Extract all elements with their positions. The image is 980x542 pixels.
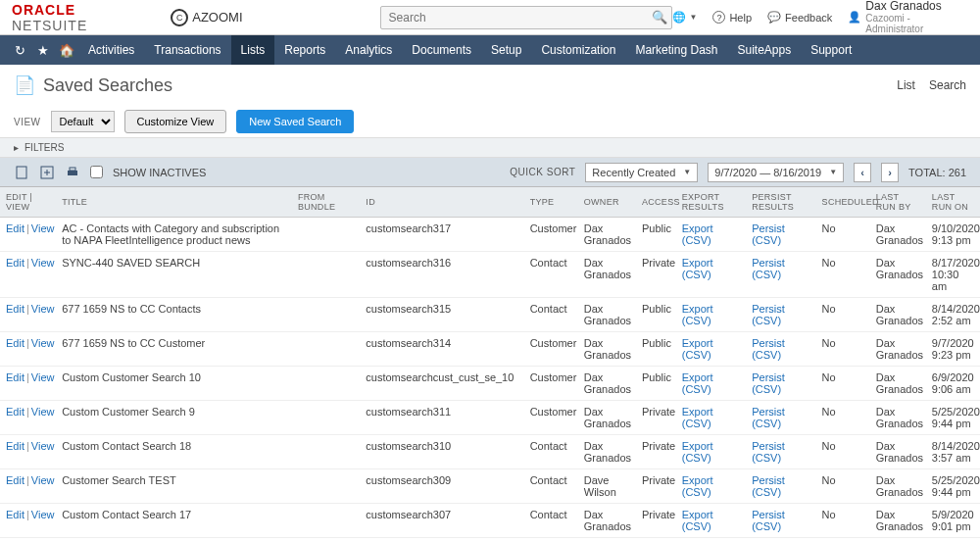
bundle-cell	[292, 469, 360, 504]
id-cell: customsearch316	[360, 252, 523, 298]
edit-link[interactable]: Edit	[6, 440, 24, 452]
nav-support[interactable]: Support	[801, 35, 861, 65]
col-header[interactable]: LAST RUN BY	[870, 187, 926, 218]
global-search[interactable]: 🔍	[380, 6, 672, 29]
edit-link[interactable]: Edit	[6, 474, 24, 486]
prev-page-button[interactable]: ‹	[854, 163, 871, 182]
view-link[interactable]: View	[31, 474, 55, 486]
list-link[interactable]: List	[897, 78, 915, 92]
cazoomi-logo: CAZOOMI	[171, 9, 242, 26]
nav-activities[interactable]: Activities	[78, 35, 144, 65]
bundle-cell	[292, 298, 360, 332]
view-link[interactable]: View	[31, 303, 55, 315]
edit-link[interactable]: Edit	[6, 257, 24, 269]
col-header[interactable]: ACCESS	[636, 187, 676, 218]
edit-link[interactable]: Edit	[6, 406, 24, 418]
search-icon[interactable]: 🔍	[648, 10, 671, 25]
type-cell: Contact	[524, 435, 578, 469]
export-link[interactable]: Export (CSV)	[682, 222, 713, 246]
lastrunby-cell: Dax Granados	[870, 218, 926, 252]
nav-transactions[interactable]: Transactions	[144, 35, 230, 65]
show-inactives-checkbox[interactable]	[90, 166, 103, 178]
col-header[interactable]: TYPE	[524, 187, 578, 218]
scheduled-cell: No	[816, 538, 870, 543]
table-row: Edit|ViewCustom Customer Search 10custom…	[0, 367, 980, 401]
persist-link[interactable]: Persist (CSV)	[752, 509, 785, 532]
col-header[interactable]: OWNER	[578, 187, 636, 218]
title-cell: 677 1659 NS to CC Customer	[56, 332, 292, 367]
nav-analytics[interactable]: Analytics	[335, 35, 402, 65]
print-icon[interactable]	[65, 165, 80, 180]
export-link[interactable]: Export (CSV)	[682, 257, 713, 280]
persist-link[interactable]: Persist (CSV)	[752, 222, 785, 246]
persist-link[interactable]: Persist (CSV)	[752, 371, 785, 395]
persist-link[interactable]: Persist (CSV)	[752, 257, 785, 280]
export-link[interactable]: Export (CSV)	[682, 303, 713, 326]
export-link[interactable]: Export (CSV)	[682, 406, 713, 429]
nav-marketing-dash[interactable]: Marketing Dash	[625, 35, 727, 65]
nav-documents[interactable]: Documents	[402, 35, 481, 65]
col-header[interactable]: TITLE	[56, 187, 292, 218]
filters-bar[interactable]: ▸FILTERS	[0, 137, 980, 158]
new-saved-search-button[interactable]: New Saved Search	[236, 110, 354, 133]
view-link[interactable]: View	[31, 440, 55, 452]
next-page-button[interactable]: ›	[881, 163, 899, 182]
nav-customization[interactable]: Customization	[531, 35, 625, 65]
export-link[interactable]: Export (CSV)	[682, 337, 713, 361]
id-cell: customsearch310	[360, 435, 523, 469]
access-cell: Public	[636, 298, 676, 332]
owner-cell: Dax Granados	[578, 332, 636, 367]
search-link[interactable]: Search	[929, 78, 966, 92]
col-header[interactable]: EXPORT RESULTS	[676, 187, 746, 218]
customize-view-button[interactable]: Customize View	[124, 110, 227, 133]
persist-link[interactable]: Persist (CSV)	[752, 406, 785, 429]
edit-link[interactable]: Edit	[6, 222, 24, 234]
star-icon[interactable]: ★	[31, 43, 55, 58]
feedback-link[interactable]: 💬Feedback	[767, 11, 832, 24]
col-header[interactable]: FROM BUNDLE	[292, 187, 360, 218]
nav-setup[interactable]: Setup	[481, 35, 531, 65]
export-link[interactable]: Export (CSV)	[682, 509, 713, 532]
edit-link[interactable]: Edit	[6, 303, 24, 315]
date-range-select[interactable]: 9/7/2020 — 8/16/2019▼	[708, 163, 844, 182]
lastrunon-cell: 9/10/2020 9:13 pm	[926, 218, 980, 252]
export-link[interactable]: Export (CSV)	[682, 440, 713, 464]
col-header[interactable]: SCHEDULED	[816, 187, 870, 218]
col-header[interactable]: EDIT | VIEW	[0, 187, 56, 218]
view-link[interactable]: View	[31, 337, 55, 349]
col-header[interactable]: ID	[360, 187, 523, 218]
table-row: Edit|ViewSYNC-440 SAVED SEARCHcustomsear…	[0, 252, 980, 298]
quick-sort-label: QUICK SORT	[510, 167, 575, 177]
refresh-icon[interactable]: ↻	[8, 43, 31, 58]
home-icon[interactable]: 🏠	[55, 43, 78, 58]
user-menu[interactable]: 👤 Dax Granados Cazoomi - Administrator	[848, 0, 968, 34]
export-link[interactable]: Export (CSV)	[682, 474, 713, 498]
persist-link[interactable]: Persist (CSV)	[752, 440, 785, 464]
nav-suiteapps[interactable]: SuiteApps	[727, 35, 801, 65]
view-link[interactable]: View	[31, 222, 55, 234]
export-link[interactable]: Export (CSV)	[682, 371, 713, 395]
edit-link[interactable]: Edit	[6, 509, 24, 520]
nav-reports[interactable]: Reports	[274, 35, 335, 65]
view-link[interactable]: View	[31, 406, 55, 418]
persist-link[interactable]: Persist (CSV)	[752, 474, 785, 498]
edit-link[interactable]: Edit	[6, 371, 24, 383]
view-link[interactable]: View	[31, 509, 55, 520]
search-input[interactable]	[381, 11, 648, 25]
quick-sort-select[interactable]: Recently Created▼	[585, 163, 698, 182]
document-icon[interactable]	[14, 165, 29, 180]
expand-icon[interactable]: ▸	[14, 142, 19, 153]
view-select[interactable]: Default	[51, 111, 115, 132]
export-icon[interactable]	[39, 165, 55, 180]
nav-lists[interactable]: Lists	[231, 35, 275, 65]
view-link[interactable]: View	[31, 371, 55, 383]
col-header[interactable]: PERSIST RESULTS	[746, 187, 815, 218]
view-link[interactable]: View	[31, 257, 55, 269]
list-toolbar: SHOW INACTIVES QUICK SORT Recently Creat…	[0, 158, 980, 187]
col-header[interactable]: LAST RUN ON	[926, 187, 980, 218]
help-link[interactable]: ?Help	[712, 11, 752, 24]
persist-link[interactable]: Persist (CSV)	[752, 303, 785, 326]
edit-link[interactable]: Edit	[6, 337, 24, 349]
persist-link[interactable]: Persist (CSV)	[752, 337, 785, 361]
language-switcher[interactable]: 🌐▼	[672, 11, 698, 24]
